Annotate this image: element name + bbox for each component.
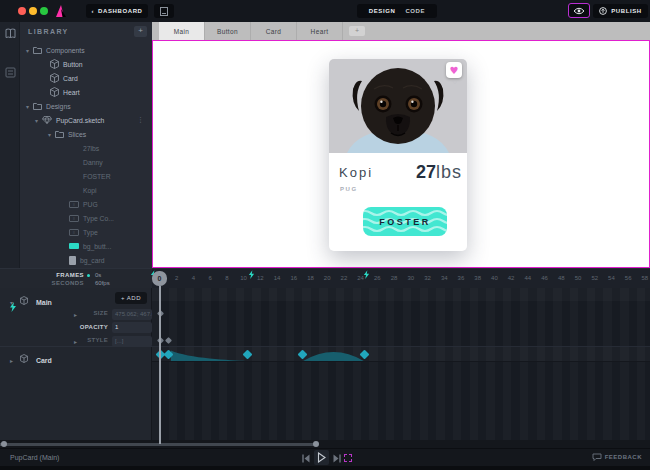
teal-swatch-icon: [69, 243, 79, 249]
play-button[interactable]: [314, 450, 329, 465]
tree-folder-slices[interactable]: ▾ Slices: [20, 127, 152, 141]
tab-code[interactable]: CODE: [405, 8, 425, 14]
slice-thumbnail-icon: ≡: [69, 215, 79, 222]
heart-sticker[interactable]: ♥: [446, 62, 462, 78]
feedback-button[interactable]: FEEDBACK: [592, 453, 642, 461]
library-panel-icon[interactable]: [5, 28, 16, 39]
ruler-tick: 54: [605, 275, 617, 281]
timeline-track-area[interactable]: [152, 288, 650, 440]
prop-label-size: SIZE: [74, 310, 108, 316]
caret-down-icon[interactable]: ▾: [35, 117, 38, 124]
foster-button[interactable]: FOSTER: [363, 207, 447, 236]
eye-icon: [573, 7, 585, 15]
play-icon: [317, 452, 326, 463]
card-track-row[interactable]: ▸ Card: [10, 349, 52, 367]
tab-card[interactable]: Card: [251, 22, 297, 40]
ruler-lightning-icon: [248, 270, 255, 279]
stage-tab-bar: Main Button Card Heart +: [152, 22, 650, 40]
mode-switch: DESIGN CODE: [357, 4, 437, 18]
playhead-knob[interactable]: 0: [152, 271, 167, 286]
caret-down-icon[interactable]: ▾: [26, 103, 29, 110]
publish-button[interactable]: PUBLISH: [593, 4, 648, 18]
pet-weight: 27lbs: [416, 162, 462, 183]
states-panel-icon[interactable]: [5, 67, 16, 78]
prop-label-opacity: OPACITY: [74, 324, 108, 330]
preview-eye-button[interactable]: [568, 3, 590, 18]
tree-folder-components[interactable]: ▾ Components: [20, 43, 152, 57]
top-bar: ‹ DASHBOARD DESIGN CODE PUBLISH: [0, 0, 650, 22]
minimize-window-button[interactable]: [29, 7, 37, 15]
back-chevron-icon: ‹: [91, 8, 94, 14]
gray-swatch-icon: [69, 256, 76, 265]
timeline-header-left: FRAMES SECONDS 0s 60fps 0f: [0, 268, 152, 288]
dashboard-button[interactable]: ‹ DASHBOARD: [86, 4, 148, 18]
prop-value-opacity[interactable]: 1: [112, 322, 152, 333]
tab-heart[interactable]: Heart: [297, 22, 343, 40]
caret-right-icon[interactable]: ▸: [10, 357, 13, 364]
tab-button[interactable]: Button: [205, 22, 251, 40]
add-property-button[interactable]: + ADD: [115, 292, 147, 304]
prop-value-style[interactable]: [...]: [112, 336, 152, 347]
stage-canvas[interactable]: ♥ ♡ Kopi PUG 27lbs FOSTER: [152, 40, 650, 268]
ruler-tick: 50: [572, 275, 584, 281]
tree-slice-type-co[interactable]: ≡ Type Co...: [20, 211, 152, 225]
loop-region-icon[interactable]: [344, 454, 352, 462]
tree-slice-bg-button[interactable]: bg_butt...: [20, 239, 152, 253]
component-cube-icon: [20, 354, 28, 363]
tree-slice-27lbs[interactable]: 27lbs: [20, 141, 152, 155]
heart-icon: ♥: [450, 65, 459, 76]
doc-icon: [160, 7, 168, 16]
library-panel: LIBRARY + ▾ Components Button Card Heart: [20, 22, 152, 268]
playhead-line: [159, 286, 161, 444]
scroll-range-end-handle[interactable]: [313, 441, 319, 447]
tree-slice-foster[interactable]: FOSTER: [20, 169, 152, 183]
add-tab-button[interactable]: +: [349, 26, 365, 36]
kebab-menu-icon[interactable]: ⋮: [137, 116, 144, 124]
frames-active-dot: [87, 274, 90, 277]
ruler-tick: 30: [405, 275, 417, 281]
expression-lightning-icon[interactable]: [9, 302, 17, 312]
fps-display[interactable]: 60fps: [95, 280, 110, 286]
project-name: PupCard (Main): [10, 454, 59, 461]
skip-to-start-icon[interactable]: [302, 454, 310, 463]
tree-item-pupcard-sketch[interactable]: ▾ PupCard.sketch ⋮: [20, 113, 152, 127]
caret-down-icon[interactable]: ▾: [26, 47, 29, 54]
tree-item-button[interactable]: Button: [20, 57, 152, 71]
tree-folder-designs[interactable]: ▾ Designs: [20, 99, 152, 113]
frames-mode-toggle[interactable]: FRAMES: [40, 272, 84, 278]
timeline-ruler[interactable]: 2468101214161820222426283032343638404244…: [152, 268, 650, 288]
tree-item-heart[interactable]: Heart: [20, 85, 152, 99]
tree-slice-type[interactable]: ≡ Type: [20, 225, 152, 239]
tab-design[interactable]: DESIGN: [369, 8, 396, 14]
tree-item-card[interactable]: Card: [20, 71, 152, 85]
seconds-mode-toggle[interactable]: SECONDS: [40, 280, 84, 286]
window-bottom-edge: [0, 466, 650, 470]
slice-thumbnail-icon: ≡: [69, 229, 79, 236]
toolbar-doc-button[interactable]: [154, 4, 174, 18]
ruler-tick: 38: [472, 275, 484, 281]
caret-down-icon[interactable]: ▾: [48, 131, 51, 138]
ruler-tick: 32: [422, 275, 434, 281]
tween-curves: [152, 347, 650, 362]
zoom-window-button[interactable]: [40, 7, 48, 15]
skip-to-end-icon[interactable]: [333, 454, 341, 463]
tree-slice-danny[interactable]: Danny: [20, 155, 152, 169]
close-window-button[interactable]: [18, 7, 26, 15]
ruler-tick: 20: [321, 275, 333, 281]
tree-slice-kopi[interactable]: Kopi: [20, 183, 152, 197]
keyframe-diamond[interactable]: [165, 337, 172, 344]
ruler-tick: 46: [539, 275, 551, 281]
scroll-range-start-handle[interactable]: [1, 441, 7, 447]
library-add-button[interactable]: +: [134, 26, 147, 37]
ruler-tick: 52: [589, 275, 601, 281]
tree-slice-pug[interactable]: ≡ PUG: [20, 197, 152, 211]
folder-icon: [33, 46, 42, 54]
tab-main[interactable]: Main: [159, 22, 205, 40]
tree-slice-bg-card[interactable]: bg_card: [20, 253, 152, 267]
ruler-tick: 8: [221, 275, 233, 281]
ruler-tick: 18: [304, 275, 316, 281]
pup-card[interactable]: ♥ ♡ Kopi PUG 27lbs FOSTER: [329, 59, 467, 251]
prop-value-size[interactable]: 475.062; 467.06: [112, 309, 152, 320]
ruler-lightning-icon: [363, 270, 370, 279]
component-cube-icon: [50, 73, 59, 83]
